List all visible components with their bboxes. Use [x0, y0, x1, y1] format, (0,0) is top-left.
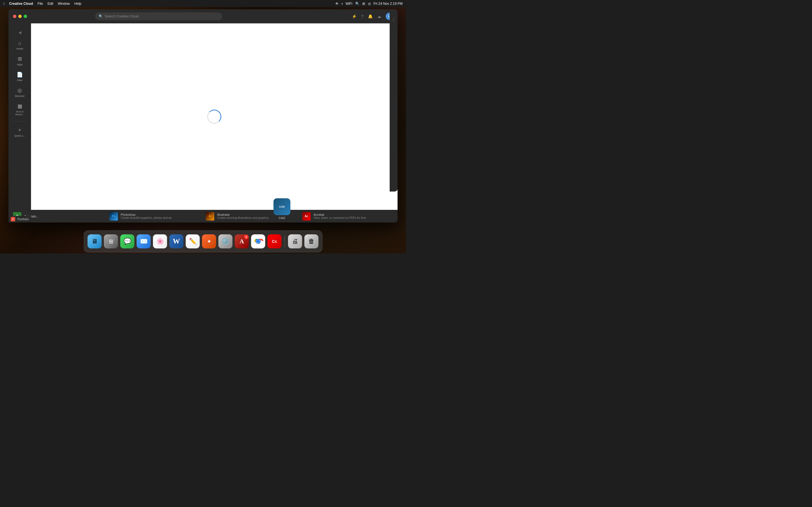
files-icon: 📄	[17, 71, 23, 78]
menubar:  Creative Cloud File Edit Window Help 👁…	[0, 0, 406, 7]
launchpad-icon: ⊞	[104, 234, 118, 248]
app-window: 🔍 Search Creative Cloud ⚡ ? 🔔 ☁ U ◀	[8, 9, 398, 223]
edit-menu[interactable]: Edit	[47, 2, 53, 6]
sidebar: ◀ ⌂ Home ⊞ Apps 📄 Files ◎ Discover	[8, 23, 31, 210]
bottom-app-acrobat[interactable]: Ac Acrobat View, share, or comment on PD…	[302, 212, 393, 221]
back-arrow-icon: ◀	[18, 30, 21, 35]
dock: 🖥 ⊞ 💬 ✉️ 🌸 W	[84, 230, 322, 252]
dock-mail[interactable]: ✉️	[137, 234, 151, 249]
menubar-screentime-icon[interactable]: 👁	[335, 2, 339, 6]
dock-badge-word2: 1	[244, 235, 249, 239]
sidebar-divider	[13, 121, 27, 122]
dock-photos[interactable]: 🌸	[153, 234, 167, 249]
illustrator-icon: Ai	[206, 212, 214, 221]
mail-icon: ✉️	[137, 234, 151, 248]
cad-icon-image: CAD	[273, 198, 290, 215]
window-titlebar: 🔍 Search Creative Cloud ⚡ ? 🔔 ☁ U	[8, 9, 398, 23]
sidebar-label-apps: Apps	[17, 63, 23, 66]
dock-launchpad[interactable]: ⊞	[104, 234, 118, 249]
app-name-menu[interactable]: Creative Cloud	[9, 2, 33, 6]
notifications-icon[interactable]: 🔔	[368, 14, 373, 18]
svg-point-3	[257, 240, 260, 243]
sidebar-item-home[interactable]: ⌂ Home	[8, 38, 31, 52]
right-panel: ⋮	[390, 11, 398, 191]
home-icon: ⌂	[18, 40, 21, 46]
acrobat-desc: View, share, or comment on PDFs for free	[313, 216, 366, 219]
cad-desktop-icon[interactable]: CAD CAD	[273, 198, 290, 220]
sidebar-label-files: Files	[17, 79, 22, 82]
right-panel-more-icon[interactable]: ⋮	[392, 17, 396, 22]
desktop: 🔍 Search Creative Cloud ⚡ ? 🔔 ☁ U ◀	[0, 7, 406, 253]
search-bar[interactable]: 🔍 Search Creative Cloud	[95, 12, 222, 20]
word-icon: W	[169, 234, 184, 248]
sidebar-label-discover: Discover	[15, 95, 24, 98]
dock-chrome[interactable]	[251, 234, 266, 249]
file-menu[interactable]: File	[38, 2, 43, 6]
messages-icon: 💬	[120, 234, 135, 248]
vectornator-icon: ✦	[202, 234, 216, 248]
dock-trash[interactable]: 🗑	[304, 234, 319, 249]
photos-icon: 🌸	[153, 234, 167, 248]
finder-icon: 🖥	[88, 234, 102, 248]
extensions-icon[interactable]: ⚡	[352, 14, 357, 18]
quick-add-icon: +	[18, 127, 21, 133]
sidebar-label-quick-add: Quick a...	[14, 134, 25, 137]
window-content: ◀ ⌂ Home ⊞ Apps 📄 Files ◎ Discover	[8, 23, 398, 210]
dock-finder[interactable]: 🖥	[87, 234, 102, 249]
bottom-app-photoshop[interactable]: Ps Photoshop Create beautiful graphics, …	[109, 212, 200, 221]
sidebar-label-stock: Stock &Market...	[15, 110, 24, 116]
badge-count: 1	[246, 235, 247, 238]
cloud-icon[interactable]: ☁	[377, 14, 381, 18]
dock-printer[interactable]: 🖨	[288, 234, 303, 249]
sidebar-item-discover[interactable]: ◎ Discover	[8, 85, 31, 100]
acrobat-icon: Ac	[302, 212, 311, 221]
menubar-right: 👁 ▪ WiFi 🔍 ⊞ ◎ Fri 24 Nov 2:19 PM	[335, 2, 403, 6]
stock-icon: ▦	[17, 103, 22, 109]
sidebar-item-files[interactable]: 📄 Files	[8, 69, 31, 84]
printer-icon: 🖨	[288, 234, 302, 248]
photoshop-icon: Ps	[109, 212, 118, 221]
dock-word2[interactable]: A 1	[235, 234, 249, 249]
help-icon[interactable]: ?	[361, 14, 363, 18]
sidebar-item-quick-add[interactable]: + Quick a...	[8, 125, 31, 139]
menubar-datetime: Fri 24 Nov 2:19 PM	[373, 2, 403, 6]
dock-sysprefs[interactable]: ⚙️	[218, 234, 233, 249]
photoshop-desc: Create beautiful graphics, photos and ar…	[121, 216, 172, 219]
portfolio-item[interactable]: P Portfolio	[8, 216, 31, 223]
menubar-search-icon[interactable]: 🔍	[355, 2, 359, 6]
menubar-siri-icon[interactable]: ◎	[368, 2, 371, 6]
illustrator-info: Illustrator Create stunning illustration…	[217, 213, 269, 219]
dock-freeform[interactable]: ✏️	[186, 234, 200, 249]
dock-messages[interactable]: 💬	[120, 234, 135, 249]
minimize-button[interactable]	[18, 15, 22, 18]
maximize-button[interactable]	[24, 15, 27, 18]
loading-spinner	[207, 110, 221, 124]
sidebar-item-apps[interactable]: ⊞ Apps	[8, 54, 31, 68]
main-content	[31, 23, 398, 210]
illustrator-name: Illustrator	[217, 213, 269, 216]
sidebar-label-home: Home	[16, 47, 23, 50]
menubar-controlcenter-icon[interactable]: ⊞	[362, 2, 365, 6]
sysprefs-icon: ⚙️	[218, 234, 233, 248]
creative-cloud-icon: Cc	[267, 234, 282, 248]
window-menu[interactable]: Window	[58, 2, 70, 6]
portfolio-icon: P	[11, 217, 15, 221]
acrobat-name: Acrobat	[313, 213, 366, 216]
cad-label: CAD	[278, 216, 285, 220]
dock-separator	[285, 236, 285, 247]
help-menu[interactable]: Help	[74, 2, 82, 6]
sidebar-back-button[interactable]: ◀	[8, 28, 31, 37]
dock-vectornator[interactable]: ✦	[202, 234, 216, 249]
apps-icon: ⊞	[18, 56, 22, 62]
traffic-lights	[13, 15, 27, 18]
apple-menu[interactable]: 	[3, 2, 4, 6]
menubar-battery-icon: ▪	[342, 2, 343, 6]
window-bottom-bar: T Tutorials... Ps Photoshop Create beaut…	[8, 210, 398, 223]
close-button[interactable]	[13, 15, 16, 18]
photoshop-info: Photoshop Create beautiful graphics, pho…	[121, 213, 172, 219]
dock-creative-cloud[interactable]: Cc	[267, 234, 282, 249]
menubar-wifi-icon[interactable]: WiFi	[346, 2, 352, 6]
trash-icon: 🗑	[305, 234, 319, 248]
sidebar-item-stock[interactable]: ▦ Stock &Market...	[8, 101, 31, 118]
dock-word[interactable]: W	[169, 234, 184, 249]
